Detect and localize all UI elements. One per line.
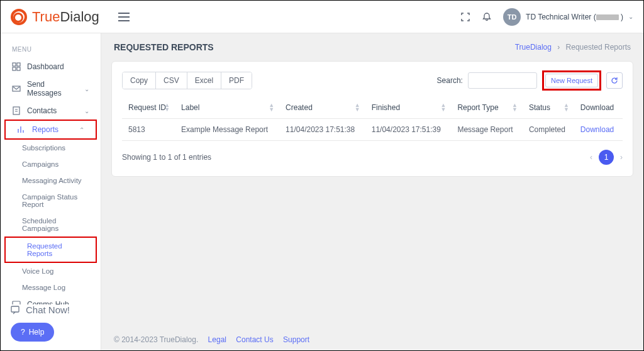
cell-label: Example Message Report: [175, 119, 279, 141]
sort-icon: ▲▼: [564, 103, 569, 112]
sort-icon: ▲▼: [355, 103, 360, 112]
sidebar-item-label: Send Messages: [27, 80, 78, 98]
sidebar-item-reports[interactable]: Reports ⌃: [6, 121, 96, 138]
footer-link-legal[interactable]: Legal: [208, 335, 226, 344]
sidebar-sub-voice-log[interactable]: Voice Log: [1, 263, 101, 279]
col-report-type[interactable]: Report Type▲▼: [451, 97, 522, 119]
breadcrumb-sep: ›: [557, 43, 560, 52]
download-link[interactable]: Download: [580, 125, 614, 134]
col-created[interactable]: Created▲▼: [279, 97, 365, 119]
new-request-highlight: New Request: [542, 70, 601, 91]
fullscreen-icon[interactable]: [460, 12, 470, 22]
copy-button[interactable]: Copy: [123, 72, 156, 89]
col-label[interactable]: Label▲▼: [175, 97, 279, 119]
breadcrumb: TrueDialog › Requested Reports: [515, 43, 631, 52]
col-request-id[interactable]: Request ID▲▼: [122, 97, 175, 119]
chat-now-label: Chat Now!: [26, 304, 70, 315]
excel-button[interactable]: Excel: [187, 72, 221, 89]
footer-link-contact[interactable]: Contact Us: [236, 335, 273, 344]
sidebar-sub-campaign-status[interactable]: Campaign Status Report: [1, 189, 101, 213]
export-button-group: Copy CSV Excel PDF: [122, 72, 252, 89]
svg-rect-1: [17, 63, 20, 66]
col-status[interactable]: Status▲▼: [523, 97, 574, 119]
logo[interactable]: TrueDialog: [11, 9, 99, 25]
menu-label: MENU: [1, 40, 101, 58]
sidebar-item-comms-hub[interactable]: Comms Hub: [1, 296, 101, 304]
new-request-button[interactable]: New Request: [545, 74, 598, 87]
sidebar: MENU Dashboard Send Messages ⌄ Contacts …: [1, 33, 101, 350]
sidebar-item-contacts[interactable]: Contacts ⌄: [1, 102, 101, 120]
sidebar-item-send-messages[interactable]: Send Messages ⌄: [1, 75, 101, 102]
sidebar-sub-subscriptions[interactable]: Subscriptions: [1, 140, 101, 156]
svg-rect-8: [11, 306, 19, 312]
cell-request-id: 5813: [122, 119, 175, 141]
sidebar-item-dashboard[interactable]: Dashboard: [1, 58, 101, 75]
footer: © 2014-2023 TrueDialog. Legal Contact Us…: [101, 329, 643, 350]
contacts-icon: [12, 106, 21, 115]
sort-icon: ▲▼: [164, 103, 170, 112]
entries-info: Showing 1 to 1 of 1 entries: [122, 153, 211, 162]
chevron-down-icon: ⌄: [84, 108, 89, 114]
sort-icon: ▲▼: [269, 103, 274, 112]
breadcrumb-leaf: Requested Reports: [566, 43, 631, 52]
sort-icon: ▲▼: [441, 103, 447, 112]
svg-rect-5: [13, 107, 19, 114]
user-name: TD Technical Writer ( ): [526, 13, 623, 21]
chevron-up-icon: ⌃: [79, 126, 84, 133]
sidebar-sub-scheduled-campaigns[interactable]: Scheduled Campaigns: [1, 213, 101, 237]
page-number[interactable]: 1: [599, 150, 614, 165]
footer-link-support[interactable]: Support: [283, 335, 309, 344]
main-content: REQUESTED REPORTS TrueDialog › Requested…: [101, 33, 643, 350]
refresh-button[interactable]: [606, 72, 623, 89]
search-input[interactable]: [468, 72, 537, 89]
breadcrumb-root[interactable]: TrueDialog: [515, 43, 552, 52]
cell-report-type: Message Report: [451, 119, 522, 141]
chat-icon: [11, 305, 21, 315]
refresh-icon: [611, 77, 618, 84]
redacted-text: [596, 14, 619, 20]
sidebar-sub-campaigns[interactable]: Campaigns: [1, 156, 101, 172]
pagination: ‹ 1 ›: [590, 150, 623, 165]
page-prev[interactable]: ‹: [590, 153, 592, 162]
sidebar-item-label: Comms Hub: [27, 300, 69, 304]
logo-dialog: Dialog: [60, 9, 99, 25]
reports-table: Request ID▲▼ Label▲▼ Created▲▼ Finished▲…: [122, 97, 623, 141]
avatar: TD: [503, 8, 521, 26]
chat-now[interactable]: Chat Now!: [11, 304, 91, 315]
cell-status: Completed: [523, 119, 574, 141]
pdf-button[interactable]: PDF: [221, 72, 252, 89]
app-header: TrueDialog TD TD Technical Writer ( ) ⌄: [1, 1, 643, 33]
send-icon: [12, 84, 21, 93]
bell-icon[interactable]: [482, 12, 492, 22]
hamburger-menu-icon[interactable]: [118, 13, 130, 21]
sort-icon: ▲▼: [512, 103, 518, 112]
dashboard-icon: [12, 62, 21, 71]
chevron-down-icon: ⌄: [84, 86, 89, 92]
help-label: Help: [29, 328, 45, 337]
logo-true: True: [32, 9, 60, 25]
col-download: Download: [574, 97, 623, 119]
page-next[interactable]: ›: [620, 153, 623, 162]
svg-rect-0: [13, 63, 16, 66]
user-menu[interactable]: TD TD Technical Writer ( ) ⌄: [503, 8, 633, 26]
sidebar-item-label: Reports: [32, 125, 58, 134]
help-button[interactable]: ? Help: [11, 323, 54, 342]
copyright: © 2014-2023 TrueDialog.: [114, 335, 198, 344]
reports-icon: [17, 125, 26, 134]
sidebar-sub-requested-reports[interactable]: Requested Reports: [6, 238, 96, 262]
comms-icon: [12, 300, 21, 304]
chevron-down-icon: ⌄: [628, 13, 633, 20]
sidebar-sub-message-log[interactable]: Message Log: [1, 279, 101, 296]
search-label: Search:: [437, 76, 463, 85]
svg-rect-3: [17, 67, 20, 70]
logo-text: TrueDialog: [32, 9, 99, 25]
table-row: 5813 Example Message Report 11/04/2023 1…: [122, 119, 623, 141]
sidebar-item-label: Dashboard: [27, 62, 64, 71]
cell-finished: 11/04/2023 17:51:39: [365, 119, 452, 141]
csv-button[interactable]: CSV: [156, 72, 187, 89]
logo-mark-icon: [11, 9, 27, 25]
col-finished[interactable]: Finished▲▼: [365, 97, 452, 119]
sidebar-sub-messaging-activity[interactable]: Messaging Activity: [1, 172, 101, 189]
sidebar-item-label: Contacts: [27, 106, 57, 115]
help-icon: ?: [21, 328, 25, 337]
